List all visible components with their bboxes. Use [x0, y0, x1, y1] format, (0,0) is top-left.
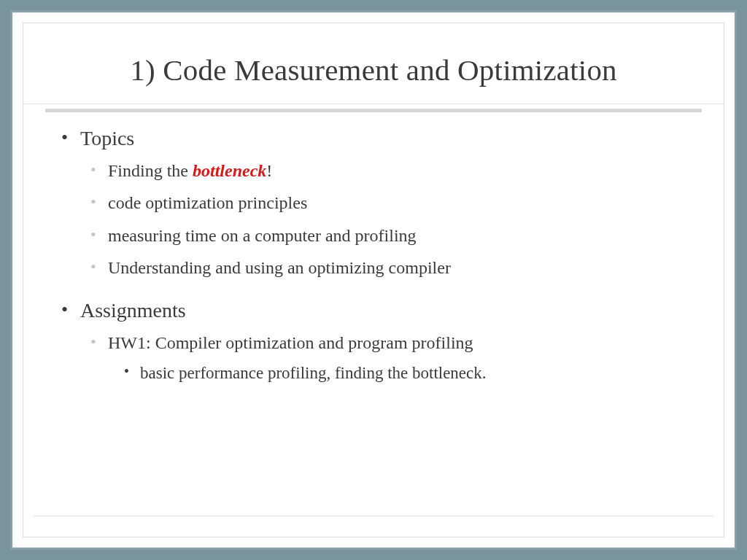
- bottom-divider: [34, 516, 713, 516]
- section-heading: Topics: [80, 127, 134, 149]
- title-container: 1) Code Measurement and Optimization: [23, 23, 724, 104]
- list-item: measuring time on a computer and profili…: [90, 224, 703, 247]
- bullet-list-level1: Topics Finding the bottleneck! code opti…: [44, 127, 703, 384]
- slide-inner-frame: 1) Code Measurement and Optimization Top…: [23, 23, 724, 537]
- bullet-list-level3: basic performance profiling, finding the…: [108, 362, 703, 384]
- section-heading: Assignments: [80, 299, 186, 322]
- body-container: Topics Finding the bottleneck! code opti…: [23, 104, 724, 408]
- list-item: code optimization principles: [90, 191, 703, 214]
- slide-outer-frame: 1) Code Measurement and Optimization Top…: [10, 10, 737, 550]
- bullet-list-level2: HW1: Compiler optimization and program p…: [80, 331, 703, 384]
- title-divider: [45, 109, 702, 112]
- list-item: basic performance profiling, finding the…: [124, 362, 703, 384]
- bullet-list-level2: Finding the bottleneck! code optimizatio…: [80, 159, 703, 280]
- list-item: Finding the bottleneck!: [90, 159, 703, 182]
- section-assignments: Assignments HW1: Compiler optimization a…: [58, 299, 703, 384]
- text-pre: Finding the: [108, 161, 193, 180]
- text-post: !: [266, 161, 272, 180]
- slide-title: 1) Code Measurement and Optimization: [44, 52, 703, 88]
- emphasis-bottleneck: bottleneck: [193, 161, 266, 180]
- list-item: HW1: Compiler optimization and program p…: [90, 331, 703, 384]
- section-topics: Topics Finding the bottleneck! code opti…: [58, 127, 703, 280]
- item-text: HW1: Compiler optimization and program p…: [108, 333, 473, 352]
- list-item: Understanding and using an optimizing co…: [90, 256, 703, 279]
